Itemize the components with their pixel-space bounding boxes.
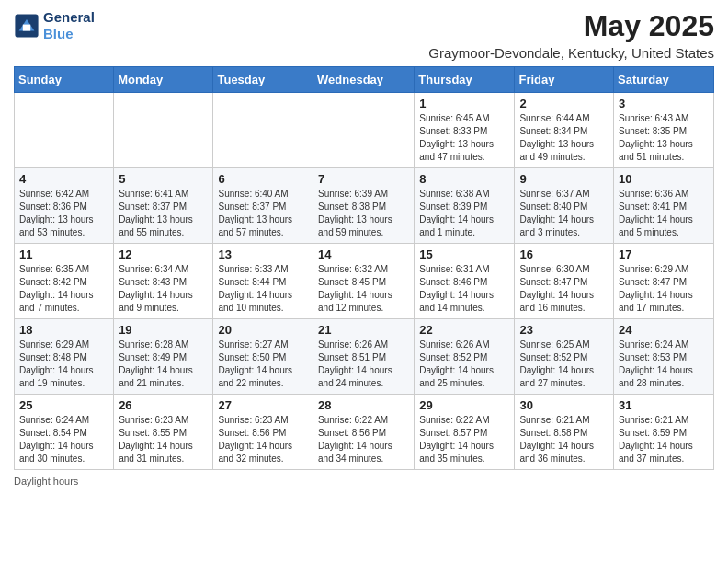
calendar-cell: 25Sunrise: 6:24 AM Sunset: 8:54 PM Dayli… xyxy=(15,395,114,470)
day-info: Sunrise: 6:21 AM Sunset: 8:59 PM Dayligh… xyxy=(619,414,709,465)
calendar-cell: 2Sunrise: 6:44 AM Sunset: 8:34 PM Daylig… xyxy=(515,93,614,168)
header-day-monday: Monday xyxy=(114,67,213,93)
calendar-cell: 7Sunrise: 6:39 AM Sunset: 8:38 PM Daylig… xyxy=(313,168,415,244)
day-number: 7 xyxy=(318,172,409,186)
day-number: 16 xyxy=(519,247,609,261)
day-info: Sunrise: 6:24 AM Sunset: 8:53 PM Dayligh… xyxy=(619,339,709,390)
day-info: Sunrise: 6:37 AM Sunset: 8:40 PM Dayligh… xyxy=(519,188,609,239)
calendar-cell: 14Sunrise: 6:32 AM Sunset: 8:45 PM Dayli… xyxy=(313,244,415,319)
calendar-cell: 13Sunrise: 6:33 AM Sunset: 8:44 PM Dayli… xyxy=(213,244,313,319)
logo-text: General Blue xyxy=(43,9,95,42)
day-number: 1 xyxy=(419,97,509,110)
day-info: Sunrise: 6:21 AM Sunset: 8:58 PM Dayligh… xyxy=(519,414,609,465)
day-number: 19 xyxy=(119,323,208,337)
daylight-label: Daylight hours xyxy=(14,476,78,487)
day-info: Sunrise: 6:39 AM Sunset: 8:38 PM Dayligh… xyxy=(318,188,409,239)
day-number: 15 xyxy=(419,247,509,261)
calendar-cell xyxy=(213,93,313,168)
calendar-cell: 1Sunrise: 6:45 AM Sunset: 8:33 PM Daylig… xyxy=(415,93,515,168)
day-info: Sunrise: 6:26 AM Sunset: 8:52 PM Dayligh… xyxy=(419,339,509,390)
day-info: Sunrise: 6:40 AM Sunset: 8:37 PM Dayligh… xyxy=(218,188,308,239)
calendar-cell: 30Sunrise: 6:21 AM Sunset: 8:58 PM Dayli… xyxy=(515,395,614,470)
logo-icon xyxy=(14,13,40,39)
calendar-cell: 6Sunrise: 6:40 AM Sunset: 8:37 PM Daylig… xyxy=(213,168,313,244)
day-number: 24 xyxy=(619,323,709,337)
day-number: 31 xyxy=(619,398,709,412)
day-info: Sunrise: 6:23 AM Sunset: 8:55 PM Dayligh… xyxy=(119,414,208,465)
day-number: 20 xyxy=(218,323,308,337)
day-number: 2 xyxy=(519,97,609,110)
header-day-saturday: Saturday xyxy=(614,67,714,93)
calendar-cell: 12Sunrise: 6:34 AM Sunset: 8:43 PM Dayli… xyxy=(114,244,213,319)
calendar-cell: 5Sunrise: 6:41 AM Sunset: 8:37 PM Daylig… xyxy=(114,168,213,244)
subtitle: Graymoor-Devondale, Kentucky, United Sta… xyxy=(428,45,714,61)
day-info: Sunrise: 6:34 AM Sunset: 8:43 PM Dayligh… xyxy=(119,263,208,315)
day-number: 6 xyxy=(218,172,308,186)
calendar-cell xyxy=(114,93,213,168)
day-info: Sunrise: 6:30 AM Sunset: 8:47 PM Dayligh… xyxy=(519,263,609,315)
day-info: Sunrise: 6:29 AM Sunset: 8:47 PM Dayligh… xyxy=(619,263,709,315)
day-number: 14 xyxy=(318,247,409,261)
header-day-friday: Friday xyxy=(515,67,614,93)
calendar-table: SundayMondayTuesdayWednesdayThursdayFrid… xyxy=(14,66,714,470)
day-number: 4 xyxy=(19,172,108,186)
day-number: 27 xyxy=(218,398,308,412)
calendar-cell xyxy=(313,93,415,168)
day-number: 11 xyxy=(19,247,108,261)
day-info: Sunrise: 6:27 AM Sunset: 8:50 PM Dayligh… xyxy=(218,339,308,390)
calendar-cell: 9Sunrise: 6:37 AM Sunset: 8:40 PM Daylig… xyxy=(515,168,614,244)
calendar-cell: 21Sunrise: 6:26 AM Sunset: 8:51 PM Dayli… xyxy=(313,319,415,395)
day-info: Sunrise: 6:33 AM Sunset: 8:44 PM Dayligh… xyxy=(218,263,308,315)
day-info: Sunrise: 6:43 AM Sunset: 8:35 PM Dayligh… xyxy=(619,112,709,164)
calendar-cell: 11Sunrise: 6:35 AM Sunset: 8:42 PM Dayli… xyxy=(15,244,114,319)
day-number: 8 xyxy=(419,172,509,186)
day-number: 18 xyxy=(19,323,108,337)
day-number: 9 xyxy=(519,172,609,186)
calendar-cell: 3Sunrise: 6:43 AM Sunset: 8:35 PM Daylig… xyxy=(614,93,714,168)
day-number: 12 xyxy=(119,247,208,261)
day-info: Sunrise: 6:36 AM Sunset: 8:41 PM Dayligh… xyxy=(619,188,709,239)
calendar-cell: 15Sunrise: 6:31 AM Sunset: 8:46 PM Dayli… xyxy=(415,244,515,319)
calendar-cell: 26Sunrise: 6:23 AM Sunset: 8:55 PM Dayli… xyxy=(114,395,213,470)
header-day-tuesday: Tuesday xyxy=(213,67,313,93)
day-number: 28 xyxy=(318,398,409,412)
calendar-week-2: 4Sunrise: 6:42 AM Sunset: 8:36 PM Daylig… xyxy=(15,168,714,244)
page-header: General Blue May 2025 Graymoor-Devondale… xyxy=(14,9,714,61)
calendar-cell: 8Sunrise: 6:38 AM Sunset: 8:39 PM Daylig… xyxy=(415,168,515,244)
header-day-wednesday: Wednesday xyxy=(313,67,415,93)
day-info: Sunrise: 6:28 AM Sunset: 8:49 PM Dayligh… xyxy=(119,339,208,390)
svg-rect-2 xyxy=(23,25,30,31)
day-info: Sunrise: 6:42 AM Sunset: 8:36 PM Dayligh… xyxy=(19,188,108,239)
calendar-cell: 10Sunrise: 6:36 AM Sunset: 8:41 PM Dayli… xyxy=(614,168,714,244)
calendar-cell: 4Sunrise: 6:42 AM Sunset: 8:36 PM Daylig… xyxy=(15,168,114,244)
day-info: Sunrise: 6:22 AM Sunset: 8:57 PM Dayligh… xyxy=(419,414,509,465)
calendar-cell: 17Sunrise: 6:29 AM Sunset: 8:47 PM Dayli… xyxy=(614,244,714,319)
title-area: May 2025 Graymoor-Devondale, Kentucky, U… xyxy=(428,9,714,61)
calendar-cell: 20Sunrise: 6:27 AM Sunset: 8:50 PM Dayli… xyxy=(213,319,313,395)
logo: General Blue xyxy=(14,9,95,42)
day-number: 10 xyxy=(619,172,709,186)
day-number: 17 xyxy=(619,247,709,261)
calendar-week-5: 25Sunrise: 6:24 AM Sunset: 8:54 PM Dayli… xyxy=(15,395,714,470)
day-info: Sunrise: 6:35 AM Sunset: 8:42 PM Dayligh… xyxy=(19,263,108,315)
day-number: 3 xyxy=(619,97,709,110)
calendar-week-3: 11Sunrise: 6:35 AM Sunset: 8:42 PM Dayli… xyxy=(15,244,714,319)
header-day-sunday: Sunday xyxy=(15,67,114,93)
day-info: Sunrise: 6:44 AM Sunset: 8:34 PM Dayligh… xyxy=(519,112,609,164)
calendar-cell: 16Sunrise: 6:30 AM Sunset: 8:47 PM Dayli… xyxy=(515,244,614,319)
calendar-cell: 31Sunrise: 6:21 AM Sunset: 8:59 PM Dayli… xyxy=(614,395,714,470)
day-info: Sunrise: 6:31 AM Sunset: 8:46 PM Dayligh… xyxy=(419,263,509,315)
day-info: Sunrise: 6:25 AM Sunset: 8:52 PM Dayligh… xyxy=(519,339,609,390)
header-day-thursday: Thursday xyxy=(415,67,515,93)
day-number: 25 xyxy=(19,398,108,412)
main-title: May 2025 xyxy=(428,9,714,43)
day-number: 5 xyxy=(119,172,208,186)
footer-note: Daylight hours xyxy=(14,476,714,487)
day-number: 21 xyxy=(318,323,409,337)
day-number: 13 xyxy=(218,247,308,261)
day-info: Sunrise: 6:29 AM Sunset: 8:48 PM Dayligh… xyxy=(19,339,108,390)
day-info: Sunrise: 6:24 AM Sunset: 8:54 PM Dayligh… xyxy=(19,414,108,465)
day-number: 26 xyxy=(119,398,208,412)
calendar-cell: 22Sunrise: 6:26 AM Sunset: 8:52 PM Dayli… xyxy=(415,319,515,395)
calendar-header-row: SundayMondayTuesdayWednesdayThursdayFrid… xyxy=(15,67,714,93)
